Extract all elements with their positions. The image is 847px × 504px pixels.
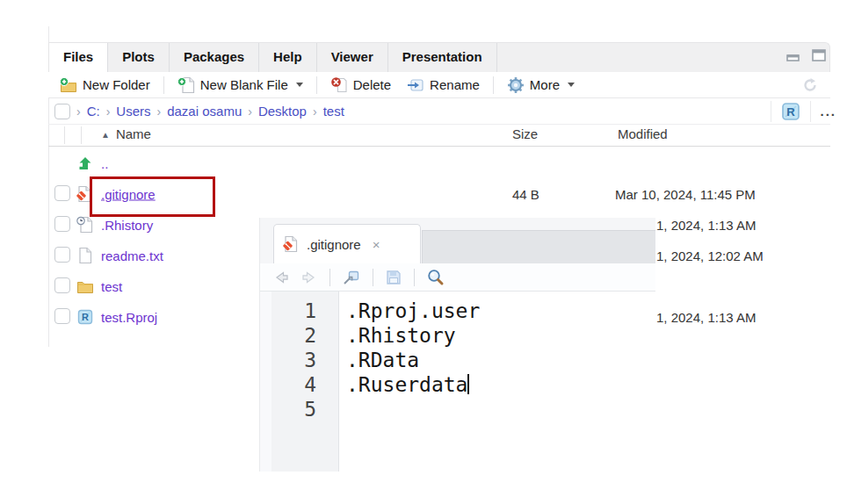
- editor-tab-label: .gitignore: [307, 237, 361, 252]
- tab-plots[interactable]: Plots: [108, 43, 170, 72]
- row-checkbox[interactable]: [54, 216, 70, 232]
- text-cursor: [467, 374, 469, 394]
- column-header-modified[interactable]: Modified: [618, 126, 668, 141]
- pane-tabstrip: FilesPlotsPackagesHelpViewerPresentation: [48, 42, 830, 72]
- delete-cross-icon: [330, 76, 348, 94]
- delete-button[interactable]: Delete: [326, 76, 395, 94]
- delete-label: Delete: [353, 77, 391, 92]
- breadcrumb-segment-users[interactable]: Users: [116, 104, 150, 119]
- breadcrumb-separator: ›: [76, 104, 81, 119]
- file-link-item[interactable]: ..: [101, 155, 108, 170]
- files-toolbar: New FolderNew Blank FileDeleteRenameMore: [48, 72, 830, 98]
- editor-toolbar-separator: [329, 269, 330, 286]
- file-link-test[interactable]: test: [101, 278, 122, 293]
- search-icon: [426, 268, 445, 287]
- breadcrumb-separator: ›: [106, 104, 111, 119]
- row-checkbox[interactable]: [54, 247, 70, 263]
- breadcrumb-separator: ›: [313, 104, 317, 119]
- editor-toolbar-separator: [373, 269, 373, 286]
- file-modified: Mar 10, 2024, 11:45 PM: [615, 186, 756, 201]
- editor-tab-gitignore[interactable]: .gitignore ×: [273, 224, 421, 263]
- svg-text:R: R: [82, 312, 89, 322]
- file-modified: 1, 2024, 1:13 AM: [656, 217, 756, 232]
- file-link-test-rproj[interactable]: test.Rproj: [101, 309, 157, 324]
- new-blank-file-button[interactable]: New Blank File: [173, 76, 308, 94]
- editor-overlay: .gitignore × 12345 .Rproj.user.Rhistory.…: [259, 218, 655, 472]
- new-folder-button[interactable]: New Folder: [55, 76, 155, 94]
- file-modified: 1, 2024, 12:02 AM: [656, 248, 764, 263]
- code-line-text: .Rhistory: [346, 324, 456, 347]
- line-number: 5: [271, 397, 338, 421]
- line-number: 1: [271, 299, 338, 323]
- editor-tabstrip-empty: [422, 230, 655, 264]
- file-icon: [76, 246, 96, 265]
- code-line: .RData: [346, 348, 655, 372]
- new-blank-file-label: New Blank File: [200, 77, 288, 92]
- tab-close-icon[interactable]: ×: [373, 237, 380, 252]
- rename-arrow-icon: [405, 76, 424, 94]
- breadcrumb-segment-c[interactable]: C:: [87, 104, 100, 119]
- rename-button[interactable]: Rename: [401, 76, 484, 94]
- minimize-button[interactable]: [785, 48, 802, 62]
- svg-text:R: R: [787, 105, 796, 119]
- row-checkbox[interactable]: [54, 277, 70, 293]
- highlight-rectangle: [90, 176, 215, 217]
- column-header-name[interactable]: ▲Name: [101, 126, 151, 141]
- more-options-ellipsis[interactable]: ...: [820, 107, 836, 116]
- editor-code-area[interactable]: .Rproj.user.Rhistory.RData.Ruserdata: [339, 292, 655, 479]
- file-plus-icon: [177, 76, 195, 94]
- code-line: .Rhistory: [346, 323, 655, 348]
- rhistory-icon: [76, 215, 96, 234]
- maximize-button[interactable]: [810, 48, 828, 62]
- column-header-size[interactable]: Size: [512, 126, 538, 141]
- rename-label: Rename: [430, 77, 480, 92]
- code-line: .Rproj.user: [346, 299, 655, 323]
- file-link-rhistory[interactable]: .Rhistory: [101, 217, 153, 232]
- row-checkbox[interactable]: [54, 308, 70, 324]
- gear-icon: [507, 76, 525, 94]
- file-size: 44 B: [512, 186, 539, 201]
- breadcrumb-separator: ›: [248, 104, 252, 119]
- tab-files[interactable]: Files: [49, 43, 108, 72]
- file-modified: 1, 2024, 1:13 AM: [656, 309, 756, 324]
- more-button[interactable]: More: [503, 76, 579, 94]
- dropdown-caret-icon: [296, 83, 303, 87]
- breadcrumb-separator: ›: [157, 104, 162, 119]
- refresh-button[interactable]: [802, 77, 818, 97]
- breadcrumb-divider: [771, 101, 771, 122]
- tab-help[interactable]: Help: [259, 43, 317, 72]
- breadcrumb-checkbox[interactable]: [54, 104, 70, 119]
- toolbar-separator: [316, 76, 317, 94]
- editor-toolbar: [260, 263, 655, 292]
- code-line: .Ruserdata: [346, 372, 655, 397]
- forward-arrow-icon: [299, 269, 318, 286]
- file-row-item: ..: [48, 148, 830, 178]
- sort-ascending-icon: ▲: [101, 130, 110, 140]
- tab-viewer[interactable]: Viewer: [317, 43, 388, 72]
- breadcrumb-segment-desktop[interactable]: Desktop: [258, 104, 307, 119]
- tab-presentation[interactable]: Presentation: [388, 43, 497, 72]
- more-label: More: [530, 77, 560, 92]
- breadcrumb-segment-dazai-osamu[interactable]: dazai osamu: [167, 104, 242, 119]
- breadcrumb-segment-test[interactable]: test: [323, 104, 344, 119]
- header-column-tick: [64, 126, 65, 144]
- tab-packages[interactable]: Packages: [170, 43, 259, 72]
- code-line-text: .Ruserdata: [346, 373, 467, 396]
- editor-left-margin: [260, 292, 271, 472]
- code-line-text: .RData: [346, 349, 419, 371]
- breadcrumb-divider: [810, 101, 811, 122]
- header-column-tick: [81, 126, 82, 144]
- editor-toolbar-separator: [414, 269, 415, 286]
- file-link-readme-txt[interactable]: readme.txt: [101, 248, 163, 263]
- code-line-text: .Rproj.user: [346, 299, 480, 322]
- breadcrumb: ›C:›Users›dazai osamu›Desktop›test: [48, 98, 830, 125]
- toolbar-separator: [493, 76, 494, 94]
- folder-icon: [76, 277, 96, 296]
- row-checkbox[interactable]: [54, 185, 70, 201]
- files-table-header: ▲NameSizeModified: [48, 125, 830, 147]
- folder-plus-icon: [60, 76, 77, 94]
- open-new-window-icon: [342, 269, 361, 286]
- r-project-icon: R: [780, 101, 801, 122]
- up-level-icon: [76, 154, 96, 173]
- column-header-name-label: Name: [116, 126, 151, 141]
